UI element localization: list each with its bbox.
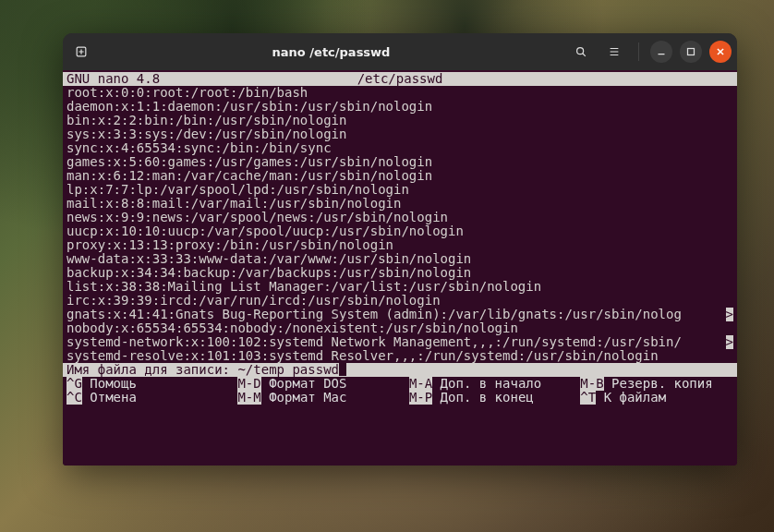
svg-line-4 (583, 54, 586, 56)
file-line: uucp:x:10:10:uucp:/var/spool/uucp:/usr/s… (63, 224, 737, 238)
line-truncation-marker: > (726, 335, 733, 349)
text-cursor (339, 363, 346, 376)
file-line: backup:x:34:34:backup:/var/backups:/usr/… (63, 266, 737, 280)
svg-rect-9 (688, 49, 695, 55)
file-line: systemd-network:x:100:102:systemd Networ… (63, 335, 737, 349)
file-line: mail:x:8:8:mail:/var/mail:/usr/sbin/nolo… (63, 197, 737, 211)
search-button[interactable] (568, 39, 594, 65)
help-shortcut: ^T К файлам (580, 391, 737, 405)
file-line: news:x:9:9:news:/var/spool/news:/usr/sbi… (63, 211, 737, 224)
help-shortcut: M-P Доп. в конец (409, 391, 580, 405)
shortcut-label: Помощь (82, 377, 238, 391)
save-prompt-label: Имя файла для записи: (67, 363, 237, 377)
shortcut-key: ^T (580, 391, 596, 405)
shortcut-key: M-A (409, 377, 432, 391)
terminal-area[interactable]: GNU nano 4.8 /etc/passwd GNU nano 4.8 ro… (63, 70, 737, 466)
svg-point-3 (577, 48, 584, 54)
help-shortcut: M-A Доп. в начало (409, 377, 580, 391)
terminal-window: nano /etc/passwd (63, 33, 737, 466)
window-titlebar[interactable]: nano /etc/passwd (63, 33, 737, 70)
shortcut-label: К файлам (596, 391, 737, 405)
help-shortcut: M-M Формат Mac (237, 391, 408, 405)
shortcut-key: ^G (67, 377, 82, 391)
shortcut-label: Отмена (82, 391, 238, 405)
titlebar-separator (638, 42, 639, 61)
save-filename-prompt: Имя файла для записи: ~/temp_passwd (63, 363, 737, 377)
save-filename-input[interactable]: ~/temp_passwd (237, 363, 339, 377)
file-line: root:x:0:0:root:/root:/bin/bash (63, 86, 737, 100)
close-button[interactable] (709, 41, 732, 63)
nano-header: GNU nano 4.8 /etc/passwd GNU nano 4.8 (63, 72, 737, 86)
file-line: systemd-resolve:x:101:103:systemd Resolv… (63, 349, 737, 363)
shortcut-label: Резерв. копия (604, 377, 737, 391)
shortcut-key: M-M (237, 391, 260, 405)
shortcut-key: ^C (67, 391, 82, 405)
file-line: lp:x:7:7:lp:/var/spool/lpd:/usr/sbin/nol… (63, 183, 737, 197)
line-truncation-marker: > (726, 308, 733, 321)
shortcut-key: M-D (237, 377, 260, 391)
file-line: bin:x:2:2:bin:/bin:/usr/sbin/nologin (63, 114, 737, 127)
file-line: gnats:x:41:41:Gnats Bug-Reporting System… (63, 308, 737, 321)
file-content[interactable]: root:x:0:0:root:/root:/bin/bashdaemon:x:… (63, 86, 737, 363)
shortcut-label: Доп. в начало (432, 377, 580, 391)
new-tab-button[interactable] (68, 39, 94, 65)
shortcut-key: M-B (580, 377, 603, 391)
nano-version: GNU nano 4.8 (67, 72, 160, 86)
file-line: man:x:6:12:man:/var/cache/man:/usr/sbin/… (63, 169, 737, 183)
help-row: ^C Отмена M-M Формат Mac M-P Доп. в коне… (63, 391, 737, 405)
help-shortcut: ^C Отмена (67, 391, 237, 405)
help-shortcut: M-D Формат DOS (237, 377, 408, 391)
file-line: www-data:x:33:33:www-data:/var/www:/usr/… (63, 252, 737, 266)
help-shortcut: ^G Помощь (67, 377, 237, 391)
shortcut-label: Формат Mac (261, 391, 409, 405)
minimize-button[interactable] (650, 41, 672, 63)
window-title: nano /etc/passwd (94, 45, 568, 59)
hamburger-menu-button[interactable] (601, 39, 627, 65)
file-line: list:x:38:38:Mailing List Manager:/var/l… (63, 280, 737, 294)
shortcut-key: M-P (409, 391, 432, 405)
help-row: ^G Помощь M-D Формат DOS M-A Доп. в нача… (63, 377, 737, 391)
file-line: sync:x:4:65534:sync:/bin:/bin/sync (63, 141, 737, 155)
file-line: daemon:x:1:1:daemon:/usr/sbin:/usr/sbin/… (63, 100, 737, 114)
file-line: irc:x:39:39:ircd:/var/run/ircd:/usr/sbin… (63, 294, 737, 308)
maximize-button[interactable] (680, 41, 702, 63)
help-shortcut: M-B Резерв. копия (580, 377, 737, 391)
nano-filename: /etc/passwd (160, 72, 640, 86)
file-line: proxy:x:13:13:proxy:/bin:/usr/sbin/nolog… (63, 238, 737, 252)
shortcut-label: Формат DOS (261, 377, 409, 391)
nano-help-bar: ^G Помощь M-D Формат DOS M-A Доп. в нача… (63, 377, 737, 405)
file-line: sys:x:3:3:sys:/dev:/usr/sbin/nologin (63, 127, 737, 141)
shortcut-label: Доп. в конец (432, 391, 580, 405)
file-line: games:x:5:60:games:/usr/games:/usr/sbin/… (63, 155, 737, 169)
file-line: nobody:x:65534:65534:nobody:/nonexistent… (63, 321, 737, 335)
